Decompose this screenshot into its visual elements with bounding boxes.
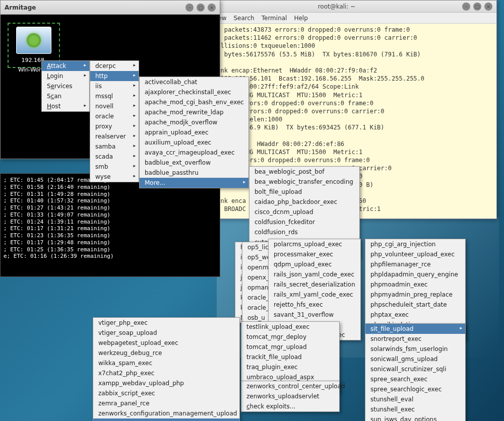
menu-item-qdpm-upload-exec[interactable]: qdpm_upload_exec: [269, 259, 360, 269]
menu-terminal[interactable]: Terminal: [262, 15, 287, 22]
menu-item-x7chat2_php_exec[interactable]: x7chat2_php_exec: [93, 368, 239, 378]
menu-item-samba[interactable]: samba: [90, 142, 139, 152]
armitage-titlebar[interactable]: Armitage – □ ×: [1, 1, 220, 15]
maximize-icon[interactable]: □: [197, 4, 205, 12]
menu-item-testlink-upload-exec[interactable]: testlink_upload_exec: [241, 322, 339, 332]
terminal-titlebar[interactable]: root@kali: ~ – □ ×: [210, 1, 496, 13]
host-monitor-icon: [16, 27, 51, 54]
menu-item-oracle[interactable]: oracle: [90, 111, 139, 121]
menu-item-coldfusion-fckeditor[interactable]: coldfusion_fckeditor: [249, 217, 359, 227]
menu-item-apprain_upload_exec[interactable]: apprain_upload_exec: [140, 127, 248, 137]
menu-item-zenworks-uploadservlet[interactable]: zenworks_uploadservlet: [241, 391, 339, 401]
menu-item-zenworks-control-center-upload[interactable]: zenworks_control_center_upload: [241, 381, 339, 391]
menu-item-cisco-dcnm-upload[interactable]: cisco_dcnm_upload: [249, 207, 359, 217]
terminal-menubar: View Search Terminal Help: [210, 13, 496, 24]
menu-item-apache_mod_cgi_bash_env_exec[interactable]: apache_mod_cgi_bash_env_exec: [140, 97, 248, 107]
armitage-title: Armitage: [5, 4, 182, 11]
menu-item-phpfilemanager-rce[interactable]: phpfilemanager_rce: [365, 259, 465, 269]
more-submenu-3b: sit_file_uploadsnortreport_execsolarwind…: [365, 323, 466, 421]
menu-item-realserver[interactable]: realserver: [90, 131, 139, 142]
menu-item-http[interactable]: http: [90, 71, 139, 81]
minimize-icon[interactable]: –: [185, 4, 194, 12]
menu-item-processmaker-exec[interactable]: processmaker_exec: [269, 249, 360, 259]
menu-item-apache_modjk_overflow[interactable]: apache_modjk_overflow: [140, 117, 248, 127]
menu-item-rails-xml-yaml-code-exec[interactable]: rails_xml_yaml_code_exec: [269, 290, 360, 300]
menu-item-rejetto-hfs-exec[interactable]: rejetto_hfs_exec: [269, 300, 360, 310]
menu-item-wyse[interactable]: wyse: [90, 172, 139, 182]
menu-item-savant-31-overflow[interactable]: savant_31_overflow: [269, 310, 360, 320]
menu-item-stunshell_exec[interactable]: stunshell_exec: [365, 404, 465, 414]
menu-item-check-exploits-[interactable]: check exploits...: [241, 401, 339, 411]
menu-item-mssql[interactable]: mssql: [90, 91, 139, 101]
menu-item-spree_search_exec[interactable]: spree_search_exec: [365, 374, 465, 384]
menu-item-php-cgi-arg-injection[interactable]: php_cgi_arg_injection: [365, 239, 465, 249]
menu-item-zabbix_script_exec[interactable]: zabbix_script_exec: [93, 388, 239, 398]
menu-item-auxilium_upload_exec[interactable]: auxilium_upload_exec: [140, 137, 248, 148]
menu-item-snortreport_exec[interactable]: snortreport_exec: [365, 334, 465, 344]
menu-item-stunshell_eval[interactable]: stunshell_eval: [365, 394, 465, 404]
menu-item-badblue_ext_overflow[interactable]: badblue_ext_overflow: [140, 158, 248, 168]
close-icon[interactable]: ×: [208, 4, 216, 12]
minimize-icon[interactable]: –: [462, 3, 470, 11]
menu-item-apache_mod_rewrite_ldap[interactable]: apache_mod_rewrite_ldap: [140, 107, 248, 117]
menu-item-xampp_webdav_upload_php[interactable]: xampp_webdav_upload_php: [93, 378, 239, 388]
menu-item-trackit-file-upload[interactable]: trackit_file_upload: [241, 352, 339, 362]
menu-item-phpmyadmin-preg-replace[interactable]: phpmyadmin_preg_replace: [365, 290, 465, 300]
menu-item-php-volunteer-upload-exec[interactable]: php_volunteer_upload_exec: [365, 249, 465, 259]
menu-item-webpagetest_upload_exec[interactable]: webpagetest_upload_exec: [93, 338, 239, 348]
menu-item-dcerpc[interactable]: dcerpc: [90, 61, 139, 71]
terminal-title: root@kali: ~: [214, 3, 459, 10]
menu-item-bolt-file-upload[interactable]: bolt_file_upload: [249, 187, 359, 197]
menu-item-sonicwall_gms_upload[interactable]: sonicwall_gms_upload: [365, 354, 465, 364]
menu-item-tomcat-mgr-upload[interactable]: tomcat_mgr_upload: [241, 342, 339, 352]
menu-search[interactable]: Search: [233, 15, 254, 22]
menu-item-rails-secret-deserialization[interactable]: rails_secret_deserialization: [269, 279, 360, 290]
menu-scan[interactable]: Scan: [42, 91, 89, 101]
menu-item-phpldapadmin-query-engine[interactable]: phpldapadmin_query_engine: [365, 269, 465, 279]
menu-item-phptax-exec[interactable]: phptax_exec: [365, 310, 465, 320]
maximize-icon[interactable]: □: [473, 3, 481, 11]
menu-item-vtiger_soap_upload[interactable]: vtiger_soap_upload: [93, 328, 239, 338]
menu-services[interactable]: Services: [42, 81, 89, 91]
menu-attack[interactable]: Attack: [42, 61, 89, 71]
menu-item-phpmoadmin-exec[interactable]: phpmoadmin_exec: [365, 279, 465, 290]
menu-item-sit_file_upload[interactable]: sit_file_upload: [365, 324, 465, 334]
menu-item-ajaxplorer_checkinstall_exec[interactable]: ajaxplorer_checkinstall_exec: [140, 87, 248, 97]
menu-login[interactable]: Login: [42, 71, 89, 81]
menu-item-proxy[interactable]: proxy: [90, 121, 139, 131]
menu-item-bea-weblogic-post-bof[interactable]: bea_weblogic_post_bof: [249, 167, 359, 177]
menu-item-polarcms-upload-exec[interactable]: polarcms_upload_exec: [269, 239, 360, 249]
menu-item-More...[interactable]: More...: [93, 418, 239, 421]
menu-item-traq-plugin-exec[interactable]: traq_plugin_exec: [241, 362, 339, 372]
menu-item-More...[interactable]: More...: [140, 178, 248, 188]
menu-item-avaya_ccr_imageupload_exec[interactable]: avaya_ccr_imageupload_exec: [140, 148, 248, 158]
menu-item-wikka_spam_exec[interactable]: wikka_spam_exec: [93, 358, 239, 368]
menu-item-spree_searchlogic_exec[interactable]: spree_searchlogic_exec: [365, 384, 465, 394]
menu-item-tomcat-mgr-deploy[interactable]: tomcat_mgr_deploy: [241, 332, 339, 342]
menu-item-activecollab_chat[interactable]: activecollab_chat: [140, 77, 248, 87]
menu-item-scada[interactable]: scada: [90, 152, 139, 162]
menu-item-badblue_passthru[interactable]: badblue_passthru: [140, 168, 248, 178]
menu-item-coldfusion-rds[interactable]: coldfusion_rds: [249, 227, 359, 237]
http-submenu: activecollab_chatajaxplorer_checkinstall…: [139, 77, 249, 188]
menu-host[interactable]: Host: [42, 101, 89, 111]
menu-item-novell[interactable]: novell: [90, 101, 139, 111]
menu-item-rails-json-yaml-code-exec[interactable]: rails_json_yaml_code_exec: [269, 269, 360, 279]
menu-item-phpscheduleit-start-date[interactable]: phpscheduleit_start_date: [365, 300, 465, 310]
menu-item-iis[interactable]: iis: [90, 81, 139, 91]
menu-item-solarwinds_fsm_userlogin[interactable]: solarwinds_fsm_userlogin: [365, 344, 465, 354]
menu-item-sonicwall_scrutinizer_sqli[interactable]: sonicwall_scrutinizer_sqli: [365, 364, 465, 374]
menu-item-zenworks_configuration_management_upload[interactable]: zenworks_configuration_management_upload: [93, 408, 239, 418]
menu-item-vtiger_php_exec[interactable]: vtiger_php_exec: [93, 318, 239, 328]
menu-item-sun_jsws_dav_options[interactable]: sun_jsws_dav_options: [365, 414, 465, 421]
menu-item-zemra_panel_rce[interactable]: zemra_panel_rce: [93, 398, 239, 408]
menu-item-smb[interactable]: smb: [90, 162, 139, 172]
more-submenu-4: vtiger_php_execvtiger_soap_uploadwebpage…: [93, 317, 240, 421]
close-icon[interactable]: ×: [484, 3, 492, 11]
menu-help[interactable]: Help: [294, 15, 307, 22]
menu-item-caidao-php-backdoor-exec[interactable]: caidao_php_backdoor_exec: [249, 197, 359, 207]
menu-item-bea-weblogic-transfer-encoding[interactable]: bea_weblogic_transfer_encoding: [249, 177, 359, 187]
more-submenu-2c: zenworks_control_center_uploadzenworks_u…: [241, 381, 340, 412]
progress-terminal[interactable]: ; ETC: 01:45 (2:04:17 remaining) ; ETC: …: [0, 173, 220, 277]
menu-item-werkzeug_debug_rce[interactable]: werkzeug_debug_rce: [93, 348, 239, 358]
